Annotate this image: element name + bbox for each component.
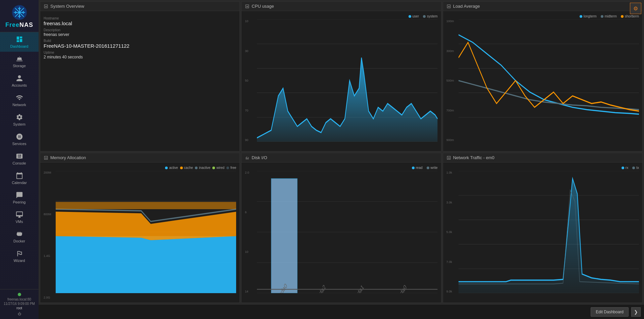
widget-disk-io: Disk I/O read write 141062.0 [241,153,441,303]
sidebar-item-peering[interactable]: Peering [0,188,39,208]
legend-label-system: system [427,14,438,18]
widget-header-system-overview: System Overview [40,2,239,11]
sidebar-logo: FreeNAS [0,0,39,32]
sidebar-item-calendar[interactable]: Calendar [0,169,39,188]
widget-header-memory: Memory Allocation [40,153,239,163]
uptime-label: Uptime [44,51,236,54]
mem-dot-inactive [195,167,198,169]
mem-dot-free [226,167,229,169]
trend-icon-load [446,4,451,9]
network-yaxis: 9.0k7.0k5.0k3.0k1.0k [446,171,459,293]
sidebar-item-docker[interactable]: Docker [0,227,39,246]
widget-load-average: Load Average longterm midterm shortterm [443,1,643,151]
legend-label-midterm: midterm [605,14,617,18]
sidebar-footer: freenas.local:80 11/27/16 9:09:00 PM roo… [0,289,39,319]
svg-text:da0: da0 [399,283,408,293]
sidebar-item-system[interactable]: System [0,110,39,130]
widget-cpu-usage: CPU usage user system 9070503010 [241,1,441,151]
load-body: longterm midterm shortterm 900m700m500m3… [443,11,642,151]
disk-dot-write [427,167,429,169]
system-overview-title: System Overview [50,4,84,9]
net-legend-tx: tx [632,166,639,170]
sidebar-item-console[interactable]: Console [0,149,39,169]
build-label: Build [44,39,236,43]
disk-chart-area: ada0 da2 da1 da0 [257,171,437,293]
dashboard-grid: System Overview Hostname freenas.local D… [39,0,644,304]
mem-legend-free: free [226,166,236,170]
legend-label-user: user [413,14,419,18]
cpu-chart-container: 9070503010 [245,19,437,148]
load-legend: longterm midterm shortterm [446,14,639,18]
hostname-value: freenas.local [44,20,236,26]
trend-icon-cpu [245,4,250,9]
memory-chart-svg [56,171,236,293]
load-chart-svg [459,19,639,142]
sidebar-item-dashboard[interactable]: Dashboard [0,32,39,52]
settings-icon-btn[interactable]: ⚙ [630,3,641,14]
svg-text:da1: da1 [357,283,365,293]
network-body: rx tx 9.0k7.0k5.0k3.0k1.0k [443,163,642,303]
disk-legend-read: read [412,166,423,170]
widget-header-cpu: CPU usage [241,2,441,11]
memory-body: active cache inactive wired [40,163,239,303]
collapse-button[interactable]: ❯ [631,307,641,317]
sidebar-label-accounts: Accounts [12,83,27,87]
sidebar-item-services[interactable]: Services [0,130,39,149]
svg-text:da2: da2 [318,283,327,293]
sidebar-item-accounts[interactable]: Accounts [0,71,39,91]
widget-network-traffic: Network Traffic - em0 rx tx 9.0k7.0k5.0k… [443,153,643,303]
load-chart-container: 900m700m500m300m100m [446,19,639,148]
mem-label-free: free [230,166,236,170]
disk-label-write: write [431,166,438,170]
load-legend-shortterm: shortterm [621,14,639,18]
cpu-body: user system 9070503010 [241,11,441,151]
net-label-tx: tx [636,166,639,170]
sidebar: FreeNAS Dashboard Storage Accounts Netwo… [0,0,39,319]
legend-label-shortterm: shortterm [625,14,639,18]
sidebar-label-system: System [13,122,25,126]
mem-label-wired: wired [216,166,224,170]
disk-chart-svg: ada0 da2 da1 da0 [257,171,437,293]
network-chart-area [459,171,639,293]
sidebar-item-wizard[interactable]: Wizard [0,246,39,266]
sidebar-label-storage: Storage [13,64,26,68]
status-indicator [18,293,21,296]
trend-icon-network [446,155,451,160]
mem-legend-inactive: inactive [195,166,210,170]
mem-legend-cache: cache [180,166,193,170]
chart-icon [44,4,48,9]
sidebar-label-peering: Peering [13,200,26,204]
bar-icon-disk [245,155,250,160]
freenas-logo-icon [12,5,27,20]
system-overview-body: Hostname freenas.local Description freen… [40,11,239,151]
footer-date: 11/27/16 9:09:00 PM [4,302,35,306]
disk-legend-write: write [427,166,438,170]
sidebar-item-network[interactable]: Network [0,91,39,110]
description-label: Description [44,28,236,32]
legend-dot-system [423,15,426,18]
legend-dot-longterm [580,15,582,18]
net-dot-rx [622,167,624,169]
memory-chart-area [56,171,236,293]
widget-header-network: Network Traffic - em0 [443,153,642,163]
network-chart-container: 9.0k7.0k5.0k3.0k1.0k [446,171,639,299]
mem-dot-wired [212,167,215,169]
load-legend-longterm: longterm [580,14,597,18]
sidebar-item-storage[interactable]: Storage [0,52,39,71]
edit-dashboard-button[interactable]: Edit Dashboard [591,307,629,317]
cpu-legend-system: system [423,14,438,18]
mem-label-active: active [169,166,178,170]
memory-title: Memory Allocation [50,155,86,160]
widget-header-load: Load Average [443,2,642,11]
cpu-yaxis: 9070503010 [245,19,257,142]
memory-yaxis: 2.0G1.4G800M200M [44,171,56,299]
sidebar-item-vms[interactable]: VMs [0,208,39,227]
legend-label-longterm: longterm [584,14,597,18]
legend-dot-shortterm [621,15,624,18]
power-button[interactable]: ⏻ [18,312,21,316]
disk-legend: read write [245,166,437,170]
widget-header-disk: Disk I/O [241,153,441,163]
disk-label-read: read [416,166,423,170]
main-content: System Overview Hostname freenas.local D… [39,0,644,319]
mem-label-inactive: inactive [199,166,210,170]
